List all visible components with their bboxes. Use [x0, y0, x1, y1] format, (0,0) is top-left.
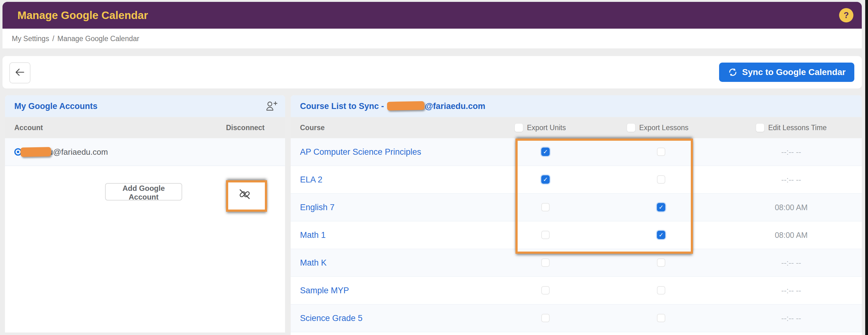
edit-lessons-time-header-group: Edit Lessons Time [756, 117, 827, 138]
breadcrumb-parent[interactable]: My Settings [12, 34, 49, 43]
course-row: AP Computer Science Principles ✓ --:-- -… [291, 138, 862, 166]
export-units-column-header: Export Units [527, 123, 566, 132]
google-accounts-panel-header: My Google Accounts [5, 95, 285, 117]
lesson-time[interactable]: 08:00 AM [745, 221, 838, 249]
export-units-checkbox[interactable] [541, 314, 550, 322]
add-google-account-button[interactable]: Add Google Account [105, 183, 182, 200]
export-lessons-checkbox[interactable] [657, 175, 665, 184]
lesson-time[interactable]: 08:00 AM [745, 194, 838, 221]
lesson-time[interactable]: --:-- -- [745, 138, 838, 166]
export-lessons-checkbox[interactable]: ✓ [657, 231, 665, 239]
course-column-header: Course [300, 117, 324, 138]
export-units-checkbox[interactable] [541, 203, 550, 212]
google-accounts-title: My Google Accounts [14, 95, 98, 117]
export-units-checkbox[interactable] [541, 286, 550, 295]
account-column-header: Account [14, 117, 43, 138]
disconnect-button[interactable] [238, 187, 251, 201]
app-header: Manage Google Calendar ? [2, 2, 862, 29]
breadcrumb: My Settings/Manage Google Calendar [2, 29, 862, 49]
courses-table-header: Course Export Units Export Lessons Edit … [291, 117, 862, 138]
export-lessons-checkbox[interactable] [657, 147, 665, 156]
disconnect-column-header: Disconnect [226, 117, 263, 138]
export-units-checkbox[interactable] [541, 258, 550, 267]
export-lessons-column-header: Export Lessons [639, 123, 689, 132]
back-button[interactable] [9, 62, 30, 83]
google-accounts-panel: My Google Accounts Account Disconnect u@… [5, 95, 285, 333]
export-units-checkbox[interactable]: ✓ [541, 147, 550, 156]
course-list-panel: Course List to Sync - @fariaedu.com Cour… [291, 95, 862, 335]
lesson-time[interactable]: --:-- -- [745, 166, 838, 193]
lesson-time[interactable]: --:-- -- [745, 277, 838, 304]
course-list-title-prefix: Course List to Sync - [300, 102, 386, 111]
breadcrumb-current: Manage Google Calendar [58, 34, 139, 43]
breadcrumb-separator: / [52, 34, 54, 43]
course-list-title-suffix: @fariaedu.com [425, 102, 485, 111]
export-units-checkbox[interactable]: ✓ [541, 175, 550, 184]
export-lessons-header-group: Export Lessons [627, 117, 689, 138]
course-list-title: Course List to Sync - @fariaedu.com [300, 95, 485, 117]
sync-button-label: Sync to Google Calendar [742, 67, 846, 77]
export-lessons-checkbox[interactable] [657, 286, 665, 295]
page-title: Manage Google Calendar [18, 2, 148, 29]
export-units-checkbox[interactable] [541, 231, 550, 239]
course-link[interactable]: English 7 [300, 194, 335, 221]
course-rows: AP Computer Science Principles ✓ --:-- -… [291, 138, 862, 332]
accounts-table-header: Account Disconnect [5, 117, 285, 138]
redaction-blob-title-email [387, 101, 424, 111]
course-link[interactable]: Sample MYP [300, 277, 349, 304]
course-link[interactable]: Science Grade 5 [300, 305, 363, 332]
export-lessons-checkbox[interactable] [657, 258, 665, 267]
account-email: u@fariaedu.com [49, 138, 108, 166]
export-lessons-select-all-checkbox[interactable] [627, 123, 636, 132]
course-list-panel-header: Course List to Sync - @fariaedu.com [291, 95, 862, 117]
back-arrow-icon [14, 66, 26, 79]
course-row: Math 1 ✓ 08:00 AM [291, 221, 862, 249]
export-units-select-all-checkbox[interactable] [515, 123, 523, 132]
course-row: English 7 ✓ 08:00 AM [291, 194, 862, 221]
help-button[interactable]: ? [839, 8, 854, 22]
course-link[interactable]: Math 1 [300, 221, 326, 249]
lesson-time[interactable]: --:-- -- [745, 249, 838, 277]
course-row: Sample MYP --:-- -- [291, 277, 862, 305]
redaction-blob-account-email [21, 147, 51, 157]
radio-dot [17, 151, 19, 153]
account-row: u@fariaedu.com [5, 138, 285, 166]
course-row: Science Grade 5 --:-- -- [291, 305, 862, 332]
window-edge [865, 0, 868, 335]
toolbar: Sync to Google Calendar [2, 56, 862, 88]
edit-lessons-time-column-header: Edit Lessons Time [768, 123, 827, 132]
export-lessons-checkbox[interactable] [657, 314, 665, 322]
export-units-header-group: Export Units [515, 117, 566, 138]
add-person-icon[interactable] [265, 101, 278, 112]
course-row: ELA 2 ✓ --:-- -- [291, 166, 862, 194]
course-link[interactable]: AP Computer Science Principles [300, 138, 421, 166]
edit-lessons-time-select-all-checkbox[interactable] [756, 123, 765, 132]
course-link[interactable]: Math K [300, 249, 327, 277]
course-link[interactable]: ELA 2 [300, 166, 322, 193]
sync-icon [728, 67, 738, 77]
export-lessons-checkbox[interactable]: ✓ [657, 203, 665, 212]
course-row: Math K --:-- -- [291, 249, 862, 277]
manage-google-calendar-page: Manage Google Calendar ? My Settings/Man… [0, 0, 868, 335]
sync-to-google-calendar-button[interactable]: Sync to Google Calendar [719, 62, 854, 82]
lesson-time[interactable]: --:-- -- [745, 305, 838, 332]
